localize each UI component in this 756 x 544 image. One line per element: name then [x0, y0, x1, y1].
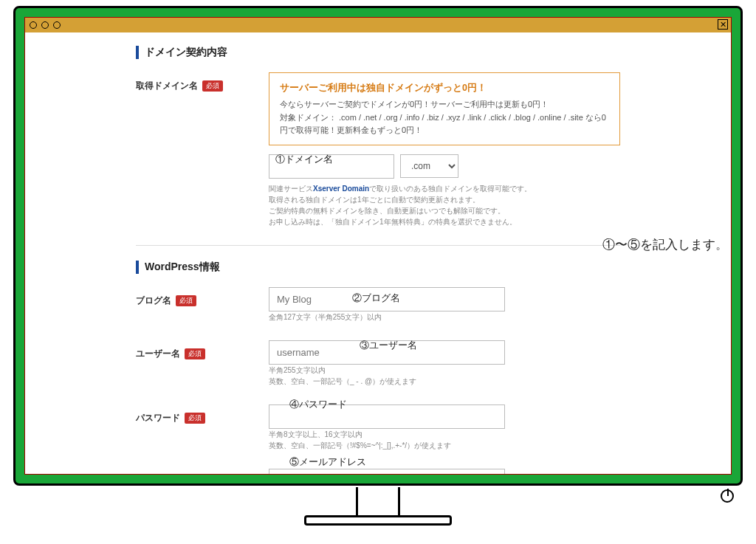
section-title-wordpress: WordPress情報: [136, 261, 620, 274]
page-content: ドメイン契約内容 取得ドメイン名 必須 サーバーご利用中は独自ドメインがずっと0…: [25, 32, 731, 474]
email-input[interactable]: [269, 469, 505, 474]
monitor-stand: [304, 509, 452, 539]
promo-headline: サーバーご利用中は独自ドメインがずっと0円！: [280, 80, 609, 95]
separator: [136, 245, 620, 246]
label-domain: 取得ドメイン名 必須: [136, 72, 269, 92]
row-password: パスワード 必須 半角8文字以上、16文字以内 英数、空白、一部記号（!#$%=…: [136, 404, 620, 451]
label-blog: ブログ名 必須: [136, 287, 269, 307]
required-badge: 必須: [185, 413, 205, 424]
password-input[interactable]: [269, 404, 505, 429]
tld-select[interactable]: .com: [400, 154, 458, 178]
row-email: メールアドレス 必須: [136, 469, 620, 474]
label-user: ユーザー名 必須: [136, 340, 269, 360]
label-password-text: パスワード: [136, 412, 180, 424]
blog-name-input[interactable]: [269, 287, 505, 311]
close-icon[interactable]: ✕: [718, 19, 728, 30]
power-button-icon: [721, 489, 734, 503]
label-domain-text: 取得ドメイン名: [136, 80, 198, 92]
xserver-domain-link[interactable]: Xserver Domain: [313, 185, 369, 193]
window-titlebar: ✕: [25, 18, 731, 32]
label-email: メールアドレス 必須: [136, 469, 269, 474]
domain-input[interactable]: [269, 154, 394, 179]
required-badge: 必須: [202, 80, 223, 92]
traffic-lights: [30, 21, 61, 29]
row-user: ユーザー名 必須 半角255文字以内 英数、空白、一部記号（_ - . @）が使…: [136, 340, 620, 387]
promo-line: 対象ドメイン： .com / .net / .org / .info / .bi…: [280, 111, 609, 137]
traffic-dot[interactable]: [30, 21, 37, 29]
required-badge: 必須: [185, 348, 205, 359]
label-user-text: ユーザー名: [136, 348, 180, 360]
required-badge: 必須: [176, 295, 196, 306]
promo-line: 今ならサーバーご契約でドメインが0円！サーバーご利用中は更新も0円！: [280, 98, 609, 111]
row-blog: ブログ名 必須 全角127文字（半角255文字）以内: [136, 287, 620, 323]
blog-note: 全角127文字（半角255文字）以内: [269, 311, 620, 323]
user-note: 半角255文字以内 英数、空白、一部記号（_ - . @）が使えます: [269, 365, 620, 387]
username-input[interactable]: [269, 340, 505, 365]
annotation-main: ①〜⑤を記入します。: [602, 236, 728, 253]
label-blog-text: ブログ名: [136, 295, 171, 307]
row-domain: 取得ドメイン名 必須 サーバーご利用中は独自ドメインがずっと0円！ 今ならサーバ…: [136, 72, 620, 227]
control-domain: サーバーご利用中は独自ドメインがずっと0円！ 今ならサーバーご契約でドメインが0…: [269, 72, 620, 227]
domain-note: 関連サービスXserver Domainで取り扱いのある独自ドメインを取得可能で…: [269, 183, 620, 227]
promo-box: サーバーご利用中は独自ドメインがずっと0円！ 今ならサーバーご契約でドメインが0…: [269, 72, 620, 145]
password-note: 半角8文字以上、16文字以内 英数、空白、一部記号（!#$%=~^|:_[],.…: [269, 429, 620, 451]
section-title-domain: ドメイン契約内容: [136, 46, 620, 59]
traffic-dot[interactable]: [53, 21, 61, 29]
label-password: パスワード 必須: [136, 404, 269, 424]
traffic-dot[interactable]: [41, 21, 49, 29]
